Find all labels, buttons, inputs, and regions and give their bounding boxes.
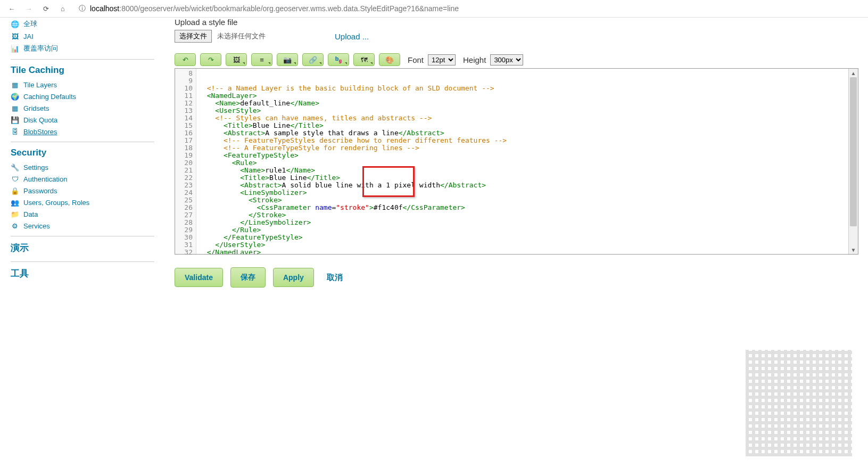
- sidebar-item[interactable]: 🔧Settings: [11, 161, 154, 173]
- camera-icon: 📷: [283, 56, 292, 64]
- sidebar-item[interactable]: ▦Gridsets: [11, 102, 154, 114]
- sidebar-item-label: Services: [23, 222, 50, 230]
- text-icon: bg: [335, 55, 342, 63]
- disk-icon: 💾: [11, 116, 19, 124]
- shield-icon: 🛡: [11, 175, 19, 183]
- sidebar-item[interactable]: 🛡Authentication: [11, 173, 154, 185]
- code-area[interactable]: <!-- a Named Layer is the basic building…: [196, 69, 848, 254]
- home-button[interactable]: ⌂: [57, 3, 68, 14]
- code-editor[interactable]: 8910111213141516171819202122232425262728…: [175, 68, 858, 255]
- lock-icon: 🔒: [11, 186, 19, 195]
- forward-button[interactable]: →: [23, 3, 34, 14]
- reload-button[interactable]: ⟳: [40, 3, 51, 14]
- code-line: <Stroke>: [199, 196, 846, 204]
- code-line: <LineSymbolizer>: [199, 189, 846, 196]
- sidebar-item-label: Settings: [23, 163, 48, 171]
- jai-icon: 🖼: [11, 32, 19, 40]
- sidebar-item[interactable]: ▦Tile Layers: [11, 79, 154, 91]
- sidebar-item[interactable]: 📊覆盖率访问: [11, 42, 154, 55]
- grid-icon: ▦: [11, 80, 19, 89]
- redo-icon: ↷: [208, 56, 214, 64]
- info-icon[interactable]: ⓘ: [79, 4, 86, 13]
- upload-label: Upload a style file: [175, 18, 858, 27]
- sidebar-header-tools: 工具: [11, 261, 154, 283]
- code-line: <UserStyle>: [199, 107, 846, 114]
- grid-icon: ▦: [11, 104, 19, 112]
- scroll-up-icon[interactable]: ▲: [849, 69, 858, 77]
- point-button[interactable]: 📷: [277, 53, 298, 66]
- url-bar[interactable]: ⓘ localhost:8000/geoserver/web/wicket/bo…: [75, 4, 862, 13]
- code-line: <Name>rule1</Name>: [199, 167, 846, 174]
- save-button[interactable]: 保存: [230, 267, 266, 288]
- code-line: <Name>default_line</Name>: [199, 100, 846, 107]
- code-line: </LineSymbolizer>: [199, 219, 846, 226]
- text-button[interactable]: bg: [328, 53, 349, 66]
- code-line: </NamedLayer>: [199, 249, 846, 254]
- choose-file-button[interactable]: 选择文件: [175, 30, 212, 43]
- scroll-down-icon[interactable]: ▼: [849, 245, 858, 254]
- globe-icon: 🌐: [11, 20, 19, 28]
- code-line: </Stroke>: [199, 211, 846, 219]
- sidebar-item-label: Authentication: [23, 175, 67, 183]
- redo-button[interactable]: ↷: [200, 53, 221, 66]
- sidebar-item[interactable]: 🌍Caching Defaults: [11, 91, 154, 102]
- sidebar-item[interactable]: 🖼JAI: [11, 30, 154, 42]
- vertical-scrollbar[interactable]: ▲ ▼: [848, 69, 858, 254]
- apply-button[interactable]: Apply: [273, 268, 314, 287]
- sidebar-item[interactable]: 🗄BlobStores: [11, 126, 154, 137]
- sidebar: 🌐全球🖼JAI📊覆盖率访问 Tile Caching ▦Tile Layers🌍…: [0, 18, 165, 288]
- data-icon: 📁: [11, 210, 19, 218]
- height-select[interactable]: 300px: [490, 54, 523, 65]
- browser-toolbar: ← → ⟳ ⌂ ⓘ localhost:8000/geoserver/web/w…: [0, 0, 868, 18]
- code-line: </FeatureTypeStyle>: [199, 234, 846, 241]
- line-gutter: 8910111213141516171819202122232425262728…: [175, 69, 196, 254]
- users-icon: 👥: [11, 198, 19, 207]
- sidebar-item-label: Data: [23, 210, 38, 218]
- code-line: </Rule>: [199, 226, 846, 234]
- url-text: localhost:8000/geoserver/web/wicket/book…: [90, 4, 459, 13]
- sidebar-header-security: Security: [11, 142, 154, 161]
- sidebar-header-demo: 演示: [11, 236, 154, 257]
- code-line: <Title>Blue Line</Title>: [199, 122, 846, 129]
- image-button[interactable]: 🖼: [226, 53, 247, 66]
- image-icon: 🖼: [233, 56, 240, 64]
- wrench-icon: 🔧: [11, 163, 19, 171]
- validate-button[interactable]: Validate: [175, 268, 223, 287]
- sidebar-item[interactable]: 👥Users, Groups, Roles: [11, 196, 154, 208]
- format-button[interactable]: ≡: [251, 53, 272, 66]
- code-line: <Title>Blue Line</Title>: [199, 174, 846, 182]
- palette-icon: 🎨: [385, 56, 394, 64]
- sidebar-item-label: 全球: [23, 19, 37, 29]
- scroll-thumb[interactable]: [850, 77, 857, 226]
- back-button[interactable]: ←: [6, 3, 17, 14]
- upload-link[interactable]: Upload ...: [335, 32, 369, 41]
- font-select[interactable]: 12pt: [428, 54, 456, 65]
- color-button[interactable]: 🎨: [379, 53, 400, 66]
- raster-icon: 🗺: [361, 56, 368, 64]
- sidebar-item-label: Caching Defaults: [23, 93, 76, 101]
- code-line: <FeatureTypeStyle>: [199, 152, 846, 159]
- sidebar-item[interactable]: ⚙Services: [11, 220, 154, 232]
- sidebar-item[interactable]: 🔒Passwords: [11, 185, 154, 196]
- sidebar-item-label: Passwords: [23, 187, 57, 195]
- sidebar-item[interactable]: 💾Disk Quota: [11, 114, 154, 126]
- sidebar-item-label: BlobStores: [23, 128, 57, 136]
- font-label: Font: [408, 55, 424, 64]
- sidebar-header-tile-caching: Tile Caching: [11, 59, 154, 79]
- undo-button[interactable]: ↶: [175, 53, 196, 66]
- main-content: Upload a style file 选择文件 未选择任何文件 Upload …: [165, 18, 868, 288]
- sidebar-item-label: Tile Layers: [23, 81, 57, 89]
- height-label: Height: [463, 55, 486, 64]
- sidebar-item-label: JAI: [23, 32, 34, 40]
- sidebar-item[interactable]: 🌐全球: [11, 18, 154, 30]
- raster-button[interactable]: 🗺: [353, 53, 375, 66]
- file-status: 未选择任何文件: [217, 31, 266, 41]
- link-icon: 🔗: [309, 56, 317, 64]
- sidebar-item-label: Gridsets: [23, 104, 49, 112]
- cancel-link[interactable]: 取消: [327, 273, 343, 283]
- line-button[interactable]: 🔗: [302, 53, 324, 66]
- undo-icon: ↶: [183, 56, 188, 64]
- editor-toolbar: ↶ ↷ 🖼 ≡ 📷 🔗 bg 🗺 🎨 Font 12pt Height 300p…: [175, 53, 858, 66]
- sidebar-item[interactable]: 📁Data: [11, 208, 154, 220]
- lines-icon: ≡: [260, 56, 264, 64]
